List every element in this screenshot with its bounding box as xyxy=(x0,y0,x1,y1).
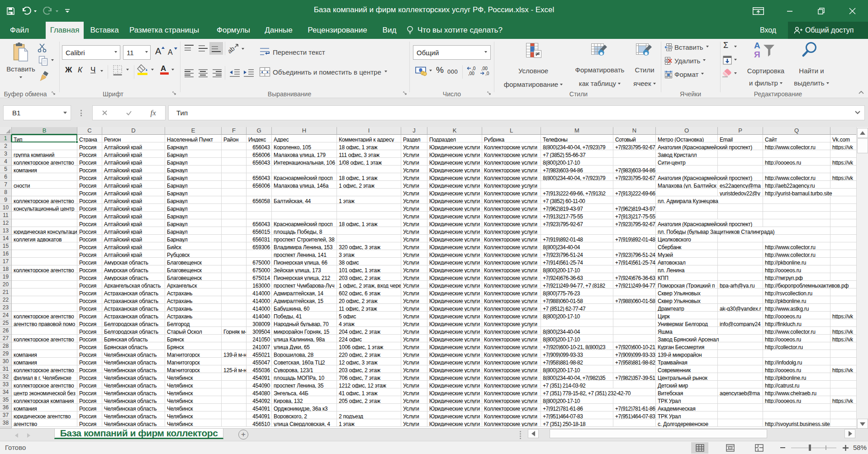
row-header-7[interactable]: 7 xyxy=(0,181,12,189)
cell-B16[interactable] xyxy=(12,250,77,258)
cell-L1[interactable]: Рубрика xyxy=(482,135,541,142)
cell-O32[interactable]: Центральный рынок xyxy=(656,373,718,381)
cell-J22[interactable]: Услуги xyxy=(401,296,427,304)
cell-I16[interactable]: 3 этаж xyxy=(337,250,401,258)
cell-C24[interactable]: Россия xyxy=(77,312,102,319)
cell-B26[interactable] xyxy=(12,327,77,335)
cell-D19[interactable]: Амурская область xyxy=(102,273,165,281)
cell-R11[interactable] xyxy=(830,212,856,219)
cell-D17[interactable]: Амурская область xyxy=(102,258,165,265)
cell-E2[interactable]: Барнаул xyxy=(165,142,222,150)
cell-D32[interactable]: Челябинская область xyxy=(102,373,165,381)
cell-P5[interactable] xyxy=(718,166,763,173)
zoom-out-icon[interactable] xyxy=(780,447,785,448)
column-header-N[interactable]: N xyxy=(613,127,656,135)
cell-P4[interactable] xyxy=(718,158,763,166)
enter-icon[interactable] xyxy=(126,110,132,116)
cell-P19[interactable] xyxy=(718,273,763,281)
cell-P27[interactable] xyxy=(718,335,763,342)
cell-B4[interactable]: коллекторское агентство xyxy=(12,158,77,166)
cell-C32[interactable]: Россия xyxy=(77,373,102,381)
cell-C12[interactable]: Россия xyxy=(77,219,102,227)
font-dialog-launcher-icon[interactable] xyxy=(172,91,177,96)
cell-J4[interactable]: Услуги xyxy=(401,158,427,166)
cell-B35[interactable]: коллекторская компания xyxy=(12,396,77,404)
cell-L11[interactable]: Коллекторские услуги xyxy=(482,212,541,219)
cell-L31[interactable]: Коллекторские услуги xyxy=(482,365,541,373)
cell-I36[interactable] xyxy=(337,404,401,411)
cell-I3[interactable]: 111 офис, 3 этаж xyxy=(337,150,401,158)
cell-H17[interactable]: Пионерская улица, 66 xyxy=(272,258,337,265)
font-size-combo[interactable]: 11 xyxy=(123,45,151,60)
cell-I13[interactable] xyxy=(337,227,401,235)
cell-H12[interactable]: Красноармейский просп xyxy=(272,219,337,227)
cell-C29[interactable]: Россия xyxy=(77,350,102,358)
vertical-scroll-thumb[interactable] xyxy=(857,138,868,153)
row-header-1[interactable]: 1 xyxy=(0,135,12,142)
cell-N13[interactable] xyxy=(613,227,656,235)
cell-C11[interactable]: Россия xyxy=(77,212,102,219)
cell-N35[interactable] xyxy=(613,396,656,404)
cell-P1[interactable]: Email xyxy=(718,135,763,142)
format-cells-button[interactable]: Формат xyxy=(664,71,704,78)
cell-F18[interactable] xyxy=(222,265,247,273)
cell-M7[interactable] xyxy=(541,181,613,189)
cell-P34[interactable]: agencyraeb@ma xyxy=(718,388,763,396)
cell-R17[interactable] xyxy=(830,258,856,265)
cell-L9[interactable]: Коллекторские услуги xyxy=(482,196,541,204)
cell-P14[interactable] xyxy=(718,235,763,242)
insert-function-icon[interactable]: fx xyxy=(151,109,156,118)
cell-F25[interactable] xyxy=(222,319,247,327)
increase-font-icon[interactable]: A xyxy=(154,45,166,57)
column-header-R[interactable]: R xyxy=(830,127,856,135)
row-header-32[interactable]: 32 xyxy=(0,373,12,381)
cell-Q6[interactable]: http://www.collector.ru xyxy=(763,173,830,181)
cell-K35[interactable]: Юридические услуги xyxy=(427,396,482,404)
format-as-table-button[interactable]: Форматировать как таблицу xyxy=(571,43,629,87)
cell-I35[interactable]: 205 офис, 2 этаж xyxy=(337,396,401,404)
cell-M13[interactable] xyxy=(541,227,613,235)
cell-Q31[interactable]: http://oooeos.ru xyxy=(763,365,830,373)
cell-R12[interactable] xyxy=(830,219,856,227)
cell-F29[interactable]: 139-й м-н xyxy=(222,350,247,358)
row-header-27[interactable]: 27 xyxy=(0,335,12,342)
cell-N18[interactable] xyxy=(613,265,656,273)
cell-F9[interactable] xyxy=(222,196,247,204)
close-icon[interactable] xyxy=(842,0,863,22)
cell-F5[interactable] xyxy=(222,166,247,173)
fill-color-dropdown-icon[interactable] xyxy=(151,69,154,72)
cell-L4[interactable]: Коллекторские услуги xyxy=(482,158,541,166)
cell-D38[interactable]: Челябинская область xyxy=(102,419,165,427)
align-middle-icon[interactable] xyxy=(198,44,209,53)
row-header-21[interactable]: 21 xyxy=(0,288,12,296)
cell-Q27[interactable]: http://oooeos.ru xyxy=(763,335,830,342)
cell-L14[interactable]: Коллекторские услуги xyxy=(482,235,541,242)
cell-H20[interactable]: проспект Чумбарова-Луч xyxy=(272,281,337,288)
cell-N38[interactable] xyxy=(613,419,656,427)
row-header-26[interactable]: 26 xyxy=(0,327,12,335)
cell-P23[interactable]: ak-g30@yandex.r xyxy=(718,304,763,312)
cell-N24[interactable] xyxy=(613,312,656,319)
clear-icon[interactable] xyxy=(722,68,732,77)
cell-P8[interactable]: yuristdedov22@y xyxy=(718,189,763,196)
cell-Q32[interactable]: http://pkbonline.ru xyxy=(763,373,830,381)
cell-M37[interactable]: +7(951)464-07-83 xyxy=(541,411,613,419)
format-painter-icon[interactable] xyxy=(38,70,49,81)
cell-F34[interactable] xyxy=(222,388,247,396)
cell-M2[interactable]: 8(800)234-40-04, +7(923)79 xyxy=(541,142,613,150)
cell-H8[interactable] xyxy=(272,189,337,196)
cell-O21[interactable]: Сквер Ульяновых xyxy=(656,288,718,296)
cell-I24[interactable]: 5 офис xyxy=(337,312,401,319)
fill-icon[interactable] xyxy=(723,56,732,65)
cell-L27[interactable]: Коллекторские услуги xyxy=(482,335,541,342)
cell-O18[interactable]: пл. Ленина xyxy=(656,265,718,273)
cell-B32[interactable]: филиал в г. Челябинске xyxy=(12,373,77,381)
cell-G33[interactable]: 454090 xyxy=(247,381,272,388)
tab-review[interactable]: Рецензирование xyxy=(301,22,374,39)
sort-filter-button[interactable]: Сортировка и фильтр xyxy=(743,67,788,92)
cell-D15[interactable]: Алтайский край xyxy=(102,242,165,250)
zoom-slider[interactable] xyxy=(791,448,836,449)
cell-G19[interactable]: 675014 xyxy=(247,273,272,281)
cell-E15[interactable]: Бийск xyxy=(165,242,222,250)
cell-Q14[interactable] xyxy=(763,235,830,242)
